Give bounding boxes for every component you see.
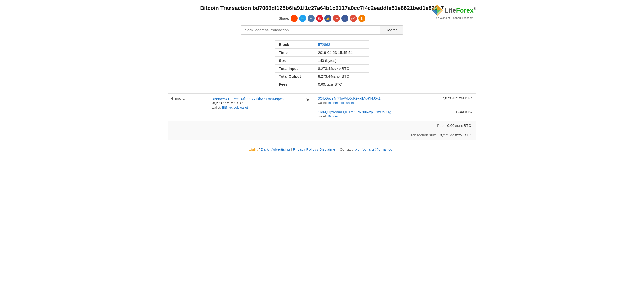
output-2-addr-wallet: 1Kr6QSydW9bFQG1mXiPNNu6WpJGmUa9i1g walle…	[318, 110, 391, 118]
footer-advertising-link[interactable]: Advertising	[272, 147, 290, 151]
tx-time-label: Time	[275, 49, 314, 57]
arrow-cell: ➤	[302, 94, 314, 121]
tx-total-output-row: Total Output 8,273.44517604 BTC	[275, 72, 369, 80]
footer-privacy-link[interactable]: Privacy Policy / Disclaimer	[293, 147, 337, 151]
output-1-addr-wallet: 3QtLQpJz4n7ToAVb6dR9xidbYxKf4J5x1j walle…	[318, 96, 382, 105]
footer-sep1: /	[258, 147, 260, 151]
tx-sum-row: Transaction sum: 8,273.44517604 BTC	[168, 130, 476, 140]
footer-contact-link[interactable]: bitinfocharts@gmail.com	[354, 147, 395, 151]
liteforex-logo[interactable]: LiteForex® The World of Financial Freedo…	[432, 5, 476, 19]
svg-marker-3	[432, 10, 437, 15]
output-2-amount: 1,200 BTC	[455, 110, 472, 114]
share-facebook-button[interactable]: f	[342, 15, 348, 22]
page-title: Bitcoin Transaction bd7066df125b6fa91f1c…	[168, 5, 476, 11]
right-arrow-icon: ➤	[306, 97, 310, 103]
prev-tx-label: prev tx	[170, 97, 205, 100]
footer: Light / Dark | Advertising | Privacy Pol…	[168, 147, 476, 151]
share-gplus-button[interactable]: g+	[333, 15, 340, 22]
tx-time-row: Time 2019-04-23 15:45:54	[275, 49, 369, 57]
input-wallet-link[interactable]: Bitfinex-coldwallet	[222, 106, 248, 109]
tx-total-input-row: Total Input 8,273.44532732 BTC	[275, 64, 369, 72]
share-bar: Share: r 🐦 вк 微 👍 g+ f g+1 B	[168, 15, 476, 22]
tx-total-input-value: 8,273.44532732 BTC	[314, 64, 369, 72]
output-1-address-link[interactable]: 3QtLQpJz4n7ToAVb6dR9xidbYxKf4J5x1j	[318, 96, 382, 100]
tx-time-value: 2019-04-23 15:45:54	[314, 49, 369, 57]
input-cell: 3Be6wM41PEYesUJfs8hBRTkhAZYmnXBqw8 -8,27…	[208, 94, 302, 121]
output-2-wallet-link[interactable]: Bitfinex	[328, 114, 339, 118]
tx-size-label: Size	[275, 57, 314, 64]
tx-info-table: Block 572863 Time 2019-04-23 15:45:54 Si…	[275, 40, 369, 88]
input-wallet-line: wallet: Bitfinex-coldwallet	[212, 105, 298, 109]
tx-io-table: prev tx 3Be6wM41PEYesUJfs8hBRTkhAZYmnXBq…	[168, 93, 476, 121]
tx-block-link[interactable]: 572863	[318, 42, 330, 47]
tx-total-output-label: Total Output	[275, 72, 314, 80]
footer-dark-link[interactable]: Dark	[261, 147, 269, 151]
tx-fees-label: Fees	[275, 80, 314, 88]
liteforex-tagline: The World of Financial Freedom	[434, 16, 474, 19]
input-address-link[interactable]: 3Be6wM41PEYesUJfs8hBRTkhAZYmnXBqw8	[212, 97, 284, 101]
output-row-1: 3QtLQpJz4n7ToAVb6dR9xidbYxKf4J5x1j walle…	[314, 94, 476, 107]
liteforex-text: LiteForex®	[444, 7, 476, 14]
share-vk-button[interactable]: вк	[308, 15, 314, 22]
input-amount: -8,273.44532732 BTC	[212, 101, 243, 105]
fee-value: 0.00015128 BTC	[447, 123, 471, 128]
share-label: Share:	[279, 16, 289, 20]
input-addr-line: 3Be6wM41PEYesUJfs8hBRTkhAZYmnXBqw8 -8,27…	[212, 97, 298, 105]
arrow-left-icon	[170, 97, 173, 100]
output-1-wallet-link[interactable]: Bitfinex-coldwallet	[328, 101, 354, 105]
footer-light-link[interactable]: Light	[248, 147, 258, 151]
output-2-address-link[interactable]: 1Kr6QSydW9bFQG1mXiPNNu6WpJGmUa9i1g	[318, 110, 391, 114]
tx-fees-value: 0.00015128 BTC	[314, 80, 369, 88]
share-twitter-button[interactable]: 🐦	[299, 15, 306, 22]
share-weibo-button[interactable]: 微	[316, 15, 323, 22]
tx-block-label: Block	[275, 41, 314, 49]
tx-io-row: prev tx 3Be6wM41PEYesUJfs8hBRTkhAZYmnXBq…	[168, 94, 476, 121]
prev-tx-cell: prev tx	[168, 94, 208, 121]
share-like-button[interactable]: 👍	[324, 15, 332, 22]
tx-sum-value: 8,273.44517604 BTC	[440, 133, 471, 137]
output-cell: 3QtLQpJz4n7ToAVb6dR9xidbYxKf4J5x1j walle…	[314, 94, 476, 121]
share-gplus2-button[interactable]: g+1	[350, 15, 357, 22]
liteforex-diamond-icon	[432, 5, 442, 16]
svg-marker-2	[437, 5, 442, 10]
fee-row: Fee: 0.00015128 BTC	[168, 121, 476, 130]
share-blog-button[interactable]: B	[358, 15, 365, 22]
input-wallet-label-text: wallet:	[212, 106, 221, 109]
tx-total-input-label: Total Input	[275, 64, 314, 72]
search-bar: Search	[168, 25, 476, 34]
search-button[interactable]: Search	[380, 25, 403, 34]
search-input[interactable]	[241, 25, 380, 34]
share-reddit-button[interactable]: r	[291, 15, 298, 22]
output-row-2: 1Kr6QSydW9bFQG1mXiPNNu6WpJGmUa9i1g walle…	[314, 107, 476, 121]
tx-block-value: 572863	[314, 41, 369, 49]
output-1-amount: 7,073.44517604 BTC	[442, 96, 472, 100]
tx-size-value: 140 (bytes)	[314, 57, 369, 64]
tx-fees-row: Fees 0.00015128 BTC	[275, 80, 369, 88]
tx-size-row: Size 140 (bytes)	[275, 57, 369, 64]
tx-block-row: Block 572863	[275, 41, 369, 49]
tx-total-output-value: 8,273.44517604 BTC	[314, 72, 369, 80]
